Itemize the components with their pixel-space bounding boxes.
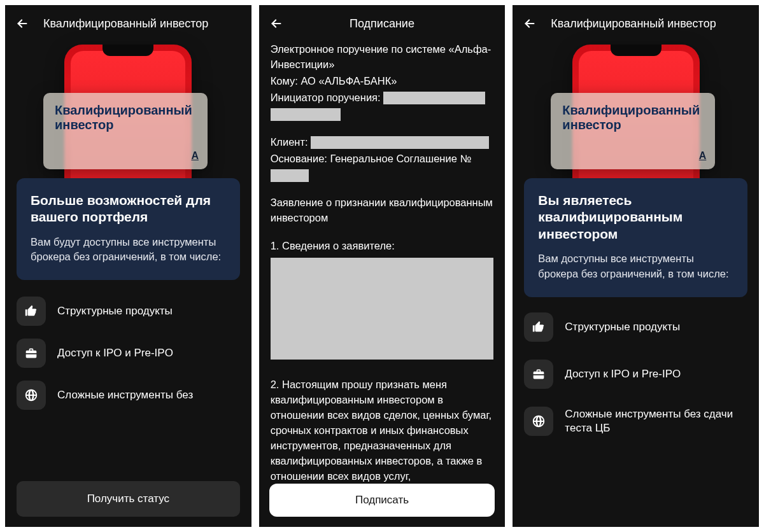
header: Квалифицированный инвестор: [5, 5, 251, 39]
client-label: Клиент:: [271, 136, 308, 148]
screen-signing: Подписание Электронное поручение по сист…: [259, 5, 506, 527]
feature-text: Структурные продукты: [565, 320, 680, 334]
redacted-value: [271, 108, 341, 121]
panel-title: Вы являетесь квалифицированным инвесторо…: [538, 192, 733, 242]
briefcase-icon: [524, 360, 553, 389]
card-logo-icon: A: [699, 150, 707, 162]
list-item: Доступ к IPO и Pre-IPO: [524, 360, 747, 389]
doc-system-line: Электронное поручение по системе «Альфа-…: [271, 42, 494, 73]
screen-promo: Квалифицированный инвестор Квалифицирова…: [5, 5, 251, 527]
initiator-label: Инициатор поручения:: [271, 92, 381, 103]
card-logo-icon: A: [191, 150, 199, 162]
card-title: Квалифицированный инвестор: [562, 103, 704, 132]
doc-statement: Заявление о признании квалифицированным …: [271, 195, 494, 226]
globe-icon: [524, 407, 553, 436]
panel-text: Вам будут доступны все инструменты броке…: [31, 235, 226, 265]
list-item: Сложные инструменты без сдачи теста ЦБ: [524, 407, 747, 436]
feature-text: Структурные продукты: [57, 304, 173, 318]
feature-text: Сложные инструменты без: [57, 388, 193, 402]
redacted-value: [271, 169, 309, 182]
doc-section1-title: 1. Сведения о заявителе:: [271, 239, 494, 254]
list-item: Сложные инструменты без: [17, 381, 240, 410]
thumbs-up-icon: [17, 297, 46, 326]
redacted-block: [271, 258, 494, 360]
doc-initiator-line: Инициатор поручения:: [271, 90, 494, 106]
feature-text: Доступ к IPO и Pre-IPO: [57, 346, 173, 360]
info-panel: Вы являетесь квалифицированным инвесторо…: [524, 178, 747, 297]
list-item: Структурные продукты: [524, 312, 747, 342]
screen-confirmed: Квалифицированный инвестор Квалифицирова…: [513, 5, 759, 527]
promo-illustration: Квалифицированный инвестор A: [513, 45, 759, 191]
back-button[interactable]: [15, 17, 29, 31]
list-item: Доступ к IPO и Pre-IPO: [17, 339, 240, 368]
header-title: Подписание: [259, 17, 506, 31]
document-body: Электронное поручение по системе «Альфа-…: [259, 39, 506, 515]
back-button[interactable]: [269, 17, 283, 31]
panel-title: Больше возможностей для вашего портфеля: [31, 192, 226, 226]
briefcase-icon: [17, 339, 46, 368]
feature-list: Структурные продукты Доступ к IPO и Pre-…: [5, 297, 251, 410]
feature-text: Сложные инструменты без сдачи теста ЦБ: [565, 407, 747, 435]
thumbs-up-icon: [524, 312, 553, 342]
header-title: Квалифицированный инвестор: [551, 17, 716, 31]
redacted-value: [311, 136, 489, 149]
card-title: Квалифицированный инвестор: [55, 103, 196, 132]
feature-list: Структурные продукты Доступ к IPO и Pre-…: [513, 312, 759, 436]
doc-to-line: Кому: АО «АЛЬФА-БАНК»: [271, 74, 494, 89]
investor-card: Квалифицированный инвестор A: [43, 93, 208, 169]
panel-text: Вам доступны все инструменты брокера без…: [538, 251, 733, 282]
header-title: Квалифицированный инвестор: [43, 17, 208, 31]
list-item: Структурные продукты: [17, 297, 240, 326]
header: Квалифицированный инвестор: [513, 5, 759, 39]
feature-text: Доступ к IPO и Pre-IPO: [565, 367, 681, 381]
doc-basis-line: Основание: Генеральное Соглашение №: [271, 151, 494, 167]
header: Подписание: [259, 5, 506, 39]
promo-illustration: Квалифицированный инвестор A: [5, 45, 251, 191]
redacted-value: [383, 92, 485, 104]
investor-card: Квалифицированный инвестор A: [551, 93, 715, 169]
doc-client-line: Клиент:: [271, 135, 494, 150]
get-status-button[interactable]: Получить статус: [17, 481, 240, 517]
globe-icon: [17, 381, 46, 410]
sign-button[interactable]: Подписать: [269, 484, 495, 517]
info-panel: Больше возможностей для вашего портфеля …: [17, 178, 240, 280]
back-button[interactable]: [523, 17, 537, 31]
